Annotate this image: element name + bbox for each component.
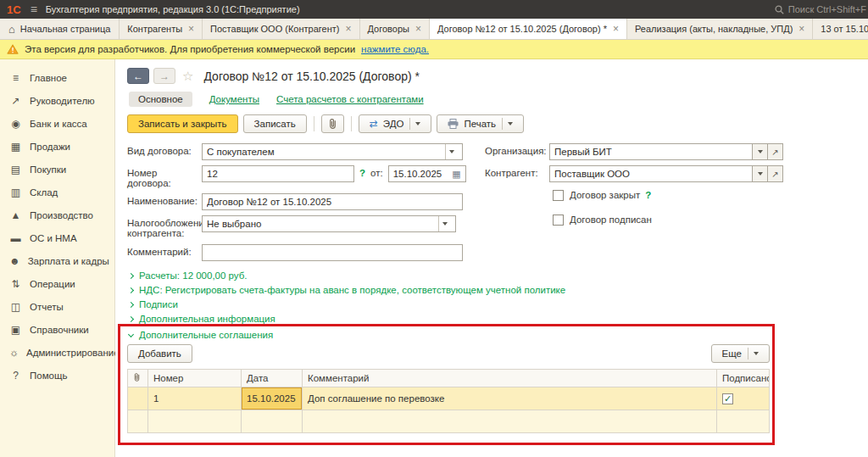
section-vat[interactable]: НДС: Регистрировать счета-фактуры на ава…	[127, 285, 868, 295]
print-button[interactable]: Печать	[437, 114, 524, 133]
tab-contracts[interactable]: Договоры ×	[360, 19, 430, 39]
hamburger-menu-icon[interactable]: ≡	[29, 3, 46, 16]
tab-close-icon[interactable]: ×	[345, 23, 351, 35]
tab-close-icon[interactable]: ×	[613, 23, 619, 35]
attach-file-button[interactable]	[321, 114, 344, 133]
signed-cell[interactable]: ✓	[717, 387, 770, 410]
forward-button[interactable]: →	[153, 68, 175, 84]
contract-closed-checkbox[interactable]	[553, 190, 564, 201]
tab-close-icon[interactable]: ×	[415, 23, 421, 35]
signed-column-header[interactable]: Подписано	[717, 370, 770, 387]
back-button[interactable]: ←	[127, 68, 149, 84]
comment-column-header[interactable]: Комментарий	[303, 370, 717, 387]
home-icon: ⌂	[8, 23, 15, 36]
dropdown-arrow-icon[interactable]	[438, 216, 451, 231]
favorite-star-icon[interactable]: ☆	[182, 69, 193, 84]
edo-button[interactable]: ⇄ ЭДО	[359, 114, 432, 133]
attachment-cell[interactable]	[128, 387, 148, 410]
section-additional-agreements[interactable]: Дополнительные соглашения	[127, 330, 770, 340]
sidebar-item-help[interactable]: ?Помощь	[0, 364, 114, 387]
number-cell[interactable]: 1	[148, 387, 242, 410]
empty-table-row[interactable]	[128, 410, 770, 433]
sidebar-item-directories[interactable]: ▣Справочники	[0, 318, 114, 341]
sidebar-item-manager[interactable]: ↗Руководителю	[0, 89, 114, 112]
signed-checkbox-checked[interactable]: ✓	[722, 393, 733, 404]
sidebar-item-fixed-assets[interactable]: ▬ОС и НМА	[0, 226, 114, 249]
contract-date-input[interactable]: 15.10.2025 ▦	[388, 165, 466, 182]
tab-main[interactable]: Основное	[129, 92, 192, 107]
sales-icon: ▦	[9, 141, 22, 153]
edo-dropdown-arrow[interactable]	[409, 118, 420, 130]
comment-input[interactable]	[202, 244, 463, 261]
tab-close-icon[interactable]: ×	[798, 23, 804, 35]
page-title: Договор №12 от 15.10.2025 (Договор) *	[203, 70, 420, 83]
help-icon[interactable]: ?	[359, 168, 365, 178]
search-icon	[775, 5, 784, 14]
contract-number-input[interactable]: 12	[202, 165, 354, 182]
comment-cell[interactable]: Доп соглашение по перевозке	[303, 387, 717, 410]
taxation-select[interactable]: Не выбрано	[202, 215, 456, 232]
sidebar-item-production[interactable]: ▲Производство	[0, 203, 114, 226]
contract-number-label: Номер договора:	[127, 165, 202, 188]
section-signatures[interactable]: Подписи	[127, 299, 868, 309]
tab-contract-13[interactable]: 13 от 15.10.2025 (Договор) ×	[813, 19, 868, 39]
chevron-right-icon	[128, 315, 134, 321]
sidebar-item-bank-cash[interactable]: ◉Банк и касса	[0, 112, 114, 135]
tab-supplier-card[interactable]: Поставщик ООО (Контрагент) ×	[203, 19, 359, 39]
section-additional-info[interactable]: Дополнительная информация	[127, 314, 868, 324]
attachment-column-header[interactable]	[128, 370, 148, 387]
dropdown-arrow-icon[interactable]	[445, 144, 458, 159]
sidebar-item-sales[interactable]: ▦Продажи	[0, 135, 114, 158]
contract-kind-select[interactable]: С покупателем	[202, 143, 463, 160]
form-toolbar: Записать и закрыть Записать ⇄ ЭДО Печать	[127, 114, 868, 133]
number-column-header[interactable]: Номер	[148, 370, 242, 387]
home-tab[interactable]: ⌂ Начальная страница	[0, 19, 120, 39]
tab-label: Договоры	[368, 24, 409, 34]
form-tabs: Основное Документы Счета расчетов с конт…	[129, 92, 868, 107]
contract-name-input[interactable]: Договор №12 от 15.10.2025	[202, 193, 463, 210]
calendar-icon[interactable]: ▦	[452, 169, 460, 180]
add-button[interactable]: Добавить	[127, 344, 192, 363]
sidebar-item-administration[interactable]: ☼Администрирование	[0, 341, 114, 364]
more-button[interactable]: Еще	[711, 344, 770, 363]
help-icon[interactable]: ?	[645, 190, 651, 200]
form-nav-row: ← → ☆ Договор №12 от 15.10.2025 (Договор…	[127, 68, 868, 84]
counterparty-dropdown-button[interactable]	[753, 165, 768, 182]
sidebar-item-operations[interactable]: ⇅Операции	[0, 272, 114, 295]
sidebar-item-reports[interactable]: ◫Отчеты	[0, 295, 114, 318]
date-cell-selected[interactable]: 15.10.2025	[242, 387, 303, 410]
print-dropdown-arrow[interactable]	[502, 118, 513, 130]
sidebar-item-payroll[interactable]: ☻Зарплата и кадры	[0, 249, 114, 272]
tab-close-icon[interactable]: ×	[188, 23, 194, 35]
global-search[interactable]: Поиск Ctrl+Shift+F	[775, 4, 868, 14]
organization-input[interactable]: Первый БИТ	[549, 143, 753, 160]
sidebar-item-main[interactable]: ≡Главное	[0, 66, 114, 89]
warning-text: Эта версия для разработчиков. Для приобр…	[25, 44, 355, 54]
contract-signed-checkbox[interactable]	[553, 215, 564, 226]
tab-contract-12[interactable]: Договор №12 от 15.10.2025 (Договор) * ×	[430, 19, 627, 39]
toolbar-separator	[351, 116, 352, 131]
paperclip-icon	[328, 118, 337, 130]
organization-dropdown-button[interactable]	[753, 143, 768, 160]
counterparty-input[interactable]: Поставщик ООО	[549, 165, 753, 182]
agreement-table-row[interactable]: 1 15.10.2025 Доп соглашение по перевозке…	[128, 387, 770, 410]
purchase-link[interactable]: нажмите сюда.	[361, 44, 429, 54]
save-close-button[interactable]: Записать и закрыть	[127, 114, 238, 133]
contract-form: ← → ☆ Договор №12 от 15.10.2025 (Договор…	[115, 59, 868, 457]
organization-open-button[interactable]: ↗	[768, 143, 783, 160]
tab-settlement-accounts[interactable]: Счета расчетов с контрагентами	[276, 94, 424, 104]
tab-label: Поставщик ООО (Контрагент)	[210, 24, 339, 34]
tab-documents[interactable]: Документы	[209, 94, 259, 104]
counterparty-open-button[interactable]: ↗	[768, 165, 783, 182]
tab-label: 13 от 15.10.2025 (Договор)	[821, 24, 868, 34]
more-dropdown-arrow[interactable]	[748, 348, 759, 359]
tab-counterparties[interactable]: Контрагенты ×	[120, 19, 203, 39]
sidebar-item-warehouse[interactable]: ▥Склад	[0, 181, 114, 203]
sidebar-item-purchases[interactable]: ▤Покупки	[0, 158, 114, 181]
contract-kind-label: Вид договора:	[127, 143, 202, 156]
agreements-table: Номер Дата Комментарий Подписано 1 15.10…	[127, 369, 770, 433]
save-button[interactable]: Записать	[243, 114, 307, 133]
section-settlements[interactable]: Расчеты: 12 000,00 руб.	[127, 270, 868, 281]
tab-sales-documents[interactable]: Реализация (акты, накладные, УПД) ×	[627, 19, 813, 39]
date-column-header[interactable]: Дата	[242, 370, 303, 387]
